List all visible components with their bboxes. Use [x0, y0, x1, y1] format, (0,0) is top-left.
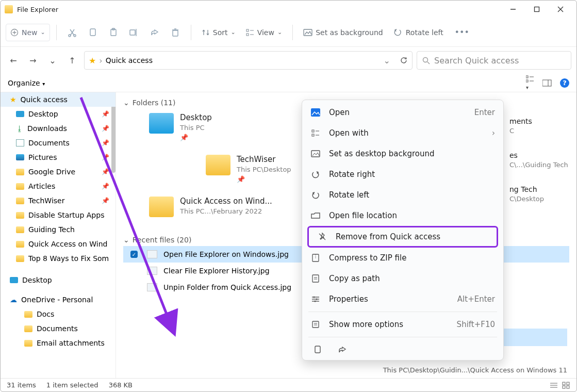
sidebar-item-disable-startup[interactable]: Disable Startup Apps	[1, 208, 116, 222]
pin-icon: 📌	[102, 154, 109, 161]
sidebar-item-onedrive-docs[interactable]: Docs	[1, 307, 116, 321]
svg-rect-10	[111, 29, 116, 36]
copy-button[interactable]	[311, 344, 324, 356]
sidebar-item-onedrive[interactable]: ☁OneDrive - Personal	[1, 292, 116, 307]
breadcrumb-separator: ›	[99, 56, 102, 66]
status-selected: 1 item selected	[46, 381, 98, 389]
svg-line-23	[427, 62, 430, 64]
refresh-button[interactable]	[400, 56, 408, 64]
ctx-copy-path[interactable]: Copy as path	[302, 268, 503, 289]
sidebar-item-quick-access[interactable]: ★ Quick access	[1, 92, 116, 107]
folder-icon	[16, 226, 24, 233]
sidebar-item-top8ways[interactable]: Top 8 Ways to Fix Som	[1, 251, 116, 266]
pin-icon: 📌	[102, 139, 109, 146]
close-button[interactable]	[549, 2, 572, 17]
ctx-open[interactable]: OpenEnter	[302, 102, 503, 123]
help-button[interactable]: ?	[560, 78, 569, 88]
rotate-left-button[interactable]: Rotate left	[389, 24, 448, 41]
sidebar-item-onedrive-email[interactable]: Email attachments	[1, 336, 116, 350]
share-button[interactable]	[145, 24, 164, 41]
sort-icon	[202, 28, 210, 37]
pictures-icon	[16, 154, 24, 160]
title-bar: File Explorer	[1, 1, 576, 18]
up-button[interactable]: ↑	[64, 53, 80, 68]
sidebar-item-downloads[interactable]: ⭳Downloads📌	[1, 121, 116, 136]
details-view-button[interactable]	[550, 382, 558, 389]
set-background-button[interactable]: Set as background	[299, 24, 387, 41]
file-name: Unpin Folder from Quick Access.jpg	[163, 283, 291, 291]
sidebar-item-desktop[interactable]: Desktop📌	[1, 107, 116, 121]
chevron-down-icon[interactable]: ⌄	[384, 56, 390, 66]
folder-icon	[16, 198, 24, 204]
sidebar-item-pictures[interactable]: Pictures📌	[1, 150, 116, 165]
rotate-left-icon	[393, 28, 403, 37]
organize-button[interactable]: Organize ▾	[8, 79, 45, 87]
minimize-button[interactable]	[501, 2, 525, 17]
svg-point-45	[314, 297, 315, 298]
svg-point-22	[423, 57, 428, 62]
ctx-open-location[interactable]: Open file location	[302, 205, 503, 226]
ctx-remove-quick-access[interactable]: Remove from Quick access	[307, 226, 498, 248]
ctx-rotate-right[interactable]: Rotate right	[302, 164, 503, 185]
new-button[interactable]: New ⌄	[6, 24, 50, 41]
rename-button[interactable]	[125, 24, 143, 41]
svg-point-8	[74, 35, 76, 37]
cut-button[interactable]	[63, 24, 81, 41]
checkbox[interactable]: ✓	[130, 251, 138, 258]
rotate-left-icon	[310, 191, 321, 199]
folder-icon	[16, 183, 24, 190]
svg-rect-51	[315, 346, 320, 353]
svg-rect-28	[542, 80, 551, 86]
folder-icon	[310, 212, 321, 219]
ctx-properties[interactable]: PropertiesAlt+Enter	[302, 289, 503, 309]
folder-item[interactable]: Quick Access on Wind...This PC...\Februa…	[123, 193, 299, 227]
maximize-button[interactable]	[525, 2, 549, 17]
folder-large-icon	[149, 113, 174, 134]
back-button[interactable]: ←	[6, 53, 21, 68]
folder-icon	[24, 325, 32, 332]
forward-button[interactable]: →	[25, 53, 41, 68]
sidebar-item-techwiser[interactable]: TechWiser📌	[1, 193, 116, 208]
folder-large-icon	[206, 155, 230, 175]
sidebar-item-articles[interactable]: Articles📌	[1, 179, 116, 193]
unpin-icon	[317, 232, 327, 241]
sidebar-item-desktop-root[interactable]: Desktop	[1, 273, 116, 287]
ctx-compress-zip[interactable]: Compress to ZIP file	[302, 248, 503, 268]
ctx-rotate-left[interactable]: Rotate left	[302, 185, 503, 205]
preview-pane-button[interactable]	[542, 79, 552, 87]
more-button[interactable]: •••	[453, 24, 471, 41]
sidebar-item-gdrive[interactable]: Google Drive📌	[1, 165, 116, 179]
folders-right-column: mentsC esC\...\Guiding Tech ng TechC\Des…	[509, 117, 571, 219]
copy-button[interactable]	[84, 24, 102, 41]
delete-button[interactable]	[166, 24, 185, 41]
sidebar-item-quick-access-wind[interactable]: Quick Access on Wind	[1, 237, 116, 251]
sidebar-item-onedrive-documents[interactable]: Documents	[1, 321, 116, 336]
address-bar[interactable]: ★ › Quick access ⌄	[84, 51, 413, 70]
recent-locations-button[interactable]: ⌄	[45, 53, 60, 68]
breadcrumb[interactable]: Quick access	[106, 56, 153, 64]
cloud-icon: ☁	[10, 296, 17, 304]
svg-rect-1	[535, 7, 539, 12]
paste-button[interactable]	[104, 24, 123, 41]
svg-rect-48	[312, 321, 319, 328]
ctx-show-more[interactable]: Show more optionsShift+F10	[302, 314, 503, 335]
pin-icon: 📌	[180, 134, 212, 141]
icons-view-button[interactable]	[562, 382, 570, 389]
share-button[interactable]	[336, 344, 349, 356]
sort-button[interactable]: Sort⌄	[197, 24, 240, 41]
chevron-right-icon: ›	[492, 128, 495, 138]
background-icon	[310, 150, 321, 157]
ctx-open-with[interactable]: Open with›	[302, 123, 503, 143]
folder-item[interactable]: DesktopThis PC📌	[123, 110, 299, 152]
ctx-set-bg[interactable]: Set as desktop background	[302, 143, 503, 164]
document-icon	[16, 139, 24, 146]
download-icon: ⭳	[16, 124, 23, 133]
background-icon	[303, 28, 312, 37]
image-thumb-icon	[147, 283, 157, 291]
layout-button[interactable]: ▾	[526, 75, 534, 91]
sidebar-item-documents[interactable]: Documents📌	[1, 136, 116, 150]
search-box[interactable]: Search Quick access	[417, 51, 571, 70]
view-button[interactable]: View⌄	[242, 24, 286, 41]
rotate-right-icon	[310, 170, 321, 178]
sidebar-item-guiding-tech[interactable]: Guiding Tech	[1, 222, 116, 237]
